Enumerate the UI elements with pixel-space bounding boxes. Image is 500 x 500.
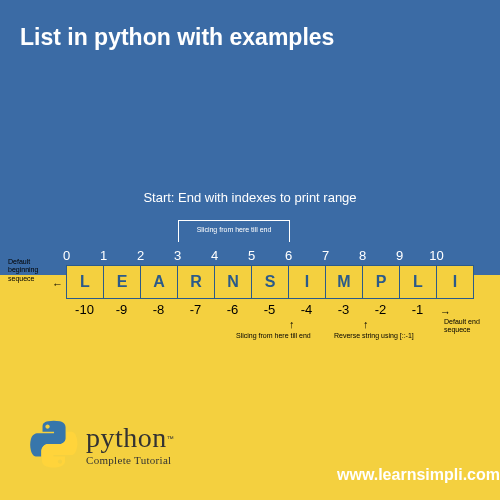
neg-idx: -4: [288, 302, 325, 317]
cell: P: [362, 265, 400, 299]
negative-index-row: -10 -9 -8 -7 -6 -5 -4 -3 -2 -1: [66, 302, 436, 317]
right-label-line: sequece: [444, 326, 480, 334]
slice-bracket-label: Slicing from here till end: [178, 226, 290, 233]
neg-idx: -9: [103, 302, 140, 317]
subtitle: Start: End with indexes to print range: [0, 190, 500, 205]
cell: S: [251, 265, 289, 299]
pos-idx: 6: [270, 248, 307, 263]
left-label-line: Default: [8, 258, 38, 266]
bottom-slice-label: Slicing from here till end: [236, 332, 311, 339]
pos-idx: 2: [122, 248, 159, 263]
pos-idx: 5: [233, 248, 270, 263]
char-cells: L E A R N S I M P L I: [66, 265, 474, 299]
pos-idx: 1: [85, 248, 122, 263]
bottom-arrow-icon: ↑: [363, 318, 369, 330]
right-label-line: Default end: [444, 318, 480, 326]
cell: R: [177, 265, 215, 299]
neg-idx: -1: [399, 302, 436, 317]
pos-idx: 0: [48, 248, 85, 263]
left-label-line: sequece: [8, 275, 38, 283]
neg-idx: -7: [177, 302, 214, 317]
logo-python-word: python: [86, 422, 167, 453]
logo-tagline: Complete Tutorial: [86, 454, 174, 466]
cell: L: [66, 265, 104, 299]
cell: N: [214, 265, 252, 299]
neg-idx: -5: [251, 302, 288, 317]
neg-idx: -3: [325, 302, 362, 317]
neg-idx: -2: [362, 302, 399, 317]
left-arrow-icon: ←: [52, 278, 63, 290]
left-default-label: Default beginning sequece: [8, 258, 38, 283]
cell: I: [288, 265, 326, 299]
cell: I: [436, 265, 474, 299]
page-title: List in python with examples: [20, 24, 334, 51]
logo-word: python™: [86, 422, 174, 454]
right-default-label: Default end sequece: [444, 318, 480, 335]
bottom-reverse-label: Reverse string using [::-1]: [334, 332, 414, 339]
cell: L: [399, 265, 437, 299]
pos-idx: 3: [159, 248, 196, 263]
python-logo-icon: [30, 420, 78, 468]
cell: E: [103, 265, 141, 299]
pos-idx: 4: [196, 248, 233, 263]
footer-url: www.learnsimpli.com: [337, 466, 500, 484]
cell: M: [325, 265, 363, 299]
neg-idx: -10: [66, 302, 103, 317]
neg-idx: -8: [140, 302, 177, 317]
pos-idx: 10: [418, 248, 455, 263]
positive-index-row: 0 1 2 3 4 5 6 7 8 9 10: [48, 248, 468, 263]
bottom-arrow-icon: ↑: [289, 318, 295, 330]
trademark-icon: ™: [167, 435, 174, 442]
neg-idx: -6: [214, 302, 251, 317]
right-arrow-icon: →: [440, 306, 451, 318]
pos-idx: 9: [381, 248, 418, 263]
pos-idx: 8: [344, 248, 381, 263]
left-label-line: beginning: [8, 266, 38, 274]
pos-idx: 7: [307, 248, 344, 263]
logo-text: python™ Complete Tutorial: [86, 422, 174, 466]
python-logo-area: python™ Complete Tutorial: [30, 420, 174, 468]
cell: A: [140, 265, 178, 299]
